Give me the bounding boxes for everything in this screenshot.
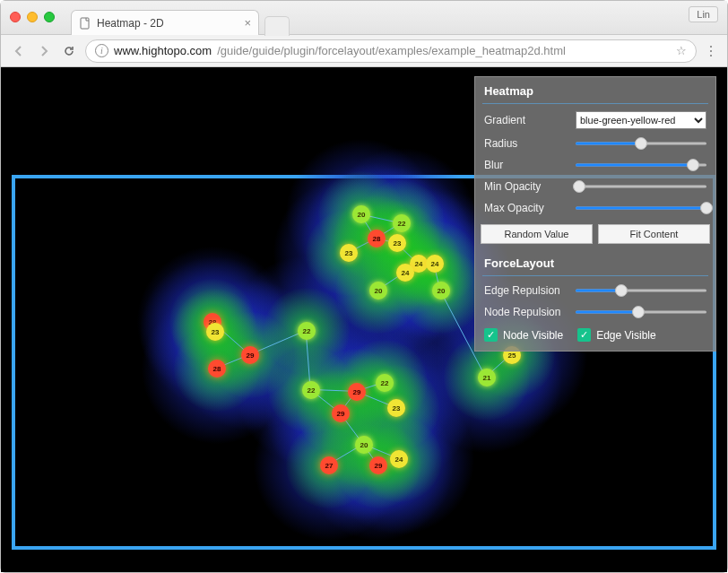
checkbox-row: ✓ Node Visible ✓ Edge Visible (475, 323, 715, 351)
graph-node[interactable]: 22 (393, 214, 411, 232)
graph-node[interactable]: 22 (298, 322, 316, 340)
graph-node[interactable]: 20 (432, 282, 450, 300)
close-window-icon[interactable] (10, 12, 21, 22)
page-viewport: 2829282223222922232920272924212520222823… (1, 67, 727, 572)
graph-node[interactable]: 29 (369, 456, 387, 474)
row-edge-rep: Edge Repulsion (475, 280, 715, 301)
url-path: /guide/guide/plugin/forcelayout/examples… (217, 44, 566, 57)
graph-node[interactable]: 22 (376, 374, 394, 392)
titlebar: Heatmap - 2D × Lin (1, 1, 727, 35)
tab-title: Heatmap - 2D (97, 17, 164, 30)
divider (482, 103, 708, 104)
graph-node[interactable]: 29 (241, 346, 259, 364)
window-controls (1, 1, 64, 22)
profile-badge[interactable]: Lin (689, 6, 718, 22)
site-info-icon[interactable]: i (95, 44, 108, 57)
graph-node[interactable]: 22 (302, 381, 320, 399)
edge-visible-checkbox[interactable]: ✓ Edge Visible (577, 328, 656, 342)
row-gradient: Gradient blue-green-yellow-red (475, 108, 715, 133)
graph-node[interactable]: 20 (355, 436, 373, 454)
section-forcelayout: ForceLayout (475, 249, 715, 275)
row-maxop: Max Opacity (475, 197, 715, 219)
reload-button[interactable] (60, 42, 78, 60)
random-value-button[interactable]: Random Value (481, 224, 593, 244)
browser-window: Heatmap - 2D × Lin i www.hightopo.com/gu… (0, 0, 728, 573)
graph-node[interactable]: 23 (387, 399, 405, 417)
back-button[interactable] (10, 42, 28, 60)
row-radius: Radius (475, 133, 715, 154)
toolbar: i www.hightopo.com/guide/guide/plugin/fo… (1, 35, 727, 67)
graph-node[interactable]: 29 (348, 383, 366, 401)
graph-node[interactable]: 24 (426, 255, 444, 273)
label-radius: Radius (484, 137, 570, 150)
label-edge-repulsion: Edge Repulsion (484, 284, 570, 297)
graph-node[interactable]: 24 (396, 264, 414, 282)
new-tab-button[interactable] (264, 16, 290, 36)
label-blur: Blur (484, 159, 570, 171)
forward-button[interactable] (35, 42, 53, 60)
node-visible-label: Node Visible (503, 329, 563, 342)
label-gradient: Gradient (484, 114, 570, 126)
button-row: Random Value Fit Content (475, 219, 715, 249)
edge-visible-label: Edge Visible (596, 329, 656, 342)
control-panel: Heatmap Gradient blue-green-yellow-red R… (474, 76, 716, 352)
url-host: www.hightopo.com (114, 44, 212, 57)
node-repulsion-slider[interactable] (576, 305, 706, 319)
label-max-opacity: Max Opacity (484, 202, 570, 214)
fit-content-button[interactable]: Fit Content (598, 224, 710, 244)
url-field[interactable]: i www.hightopo.com/guide/guide/plugin/fo… (85, 39, 697, 63)
graph-node[interactable]: 28 (368, 230, 386, 247)
check-icon: ✓ (484, 328, 498, 342)
graph-node[interactable]: 27 (320, 456, 338, 474)
blur-slider[interactable] (576, 158, 706, 172)
divider (482, 275, 708, 276)
graph-node[interactable]: 28 (208, 360, 226, 378)
close-tab-icon[interactable]: × (244, 17, 251, 29)
graph-node[interactable]: 29 (332, 404, 350, 422)
minimize-window-icon[interactable] (27, 12, 38, 22)
max-opacity-slider[interactable] (576, 201, 706, 215)
page-icon (79, 17, 91, 30)
graph-node[interactable]: 23 (388, 234, 406, 252)
tab-strip: Heatmap - 2D × (64, 1, 290, 34)
node-visible-checkbox[interactable]: ✓ Node Visible (484, 328, 563, 342)
row-minop: Min Opacity (475, 176, 715, 197)
check-icon: ✓ (577, 328, 591, 342)
graph-node[interactable]: 20 (369, 282, 387, 300)
graph-node[interactable]: 24 (390, 450, 408, 468)
overflow-menu-icon[interactable] (704, 44, 718, 58)
browser-tab[interactable]: Heatmap - 2D × (71, 10, 259, 35)
graph-node[interactable]: 20 (352, 205, 370, 223)
gradient-select[interactable]: blue-green-yellow-red (576, 111, 706, 129)
graph-node[interactable]: 21 (478, 369, 496, 386)
edge-repulsion-slider[interactable] (576, 283, 706, 298)
radius-slider[interactable] (576, 136, 706, 151)
min-opacity-slider[interactable] (576, 179, 706, 194)
graph-node[interactable]: 23 (340, 244, 358, 262)
label-node-repulsion: Node Repulsion (484, 306, 570, 318)
row-blur: Blur (475, 154, 715, 176)
section-heatmap: Heatmap (475, 77, 715, 103)
label-min-opacity: Min Opacity (484, 180, 570, 193)
row-node-rep: Node Repulsion (475, 301, 715, 323)
bookmark-icon[interactable]: ☆ (676, 44, 687, 57)
zoom-window-icon[interactable] (44, 12, 55, 22)
svg-rect-0 (81, 18, 89, 29)
graph-node[interactable]: 23 (206, 323, 224, 341)
